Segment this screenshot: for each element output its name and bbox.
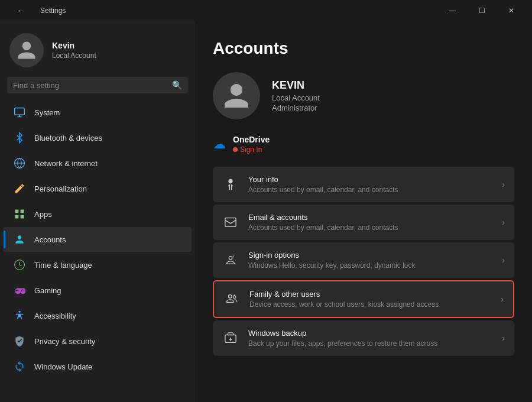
- nav-list: SystemBluetooth & devicesNetwork & inter…: [0, 99, 195, 380]
- bluetooth-icon: [13, 131, 26, 144]
- apps-icon: [13, 208, 26, 221]
- family-users-title: Family & other users: [249, 290, 491, 299]
- sidebar-item-bluetooth[interactable]: Bluetooth & devices: [4, 125, 192, 150]
- email-accounts-text: Email & accountsAccounts used by email, …: [248, 213, 492, 232]
- onedrive-section: ☁ OneDrive Sign In: [213, 134, 514, 155]
- signin-options-chevron-icon: ›: [502, 255, 505, 265]
- onedrive-info: OneDrive Sign In: [233, 135, 270, 154]
- family-users-text: Family & other usersDevice access, work …: [249, 290, 491, 309]
- privacy-icon: [13, 335, 26, 348]
- svg-point-10: [233, 296, 236, 299]
- sidebar-item-system[interactable]: System: [4, 100, 192, 125]
- settings-row-email-accounts[interactable]: Email & accountsAccounts used by email, …: [213, 205, 514, 240]
- sidebar-item-accounts[interactable]: Accounts: [4, 227, 192, 252]
- your-info-icon: [222, 176, 239, 193]
- personalization-icon: [13, 182, 26, 195]
- user-profile: Kevin Local Account: [0, 21, 195, 77]
- title-bar: ← Settings — ☐ ✕: [0, 0, 532, 21]
- settings-row-your-info[interactable]: Your infoAccounts used by email, calenda…: [213, 167, 514, 202]
- email-accounts-icon: [222, 214, 239, 231]
- minimize-button[interactable]: —: [439, 2, 466, 20]
- svg-rect-0: [15, 108, 25, 115]
- minimize-icon: —: [449, 7, 456, 15]
- family-users-chevron-icon: ›: [501, 294, 504, 304]
- search-input[interactable]: [13, 81, 167, 90]
- back-icon: ←: [17, 7, 24, 15]
- sidebar-item-apps[interactable]: Apps: [4, 202, 192, 226]
- user-type: Local Account: [52, 51, 96, 60]
- gaming-icon: [13, 284, 26, 297]
- sidebar-item-gaming[interactable]: Gaming: [4, 278, 192, 303]
- sidebar-item-label-time: Time & language: [34, 261, 92, 270]
- svg-rect-3: [15, 215, 19, 219]
- settings-row-family-users[interactable]: Family & other usersDevice access, work …: [213, 280, 514, 318]
- windows-backup-chevron-icon: ›: [502, 333, 505, 343]
- sidebar-item-update[interactable]: Windows Update: [4, 354, 192, 379]
- sidebar-item-label-personalization: Personalization: [34, 184, 87, 193]
- sidebar-item-label-network: Network & internet: [34, 159, 98, 168]
- settings-row-signin-options[interactable]: Sign-in optionsWindows Hello, security k…: [213, 242, 514, 278]
- your-info-chevron-icon: ›: [502, 180, 505, 189]
- email-accounts-subtitle: Accounts used by email, calendar, and co…: [248, 223, 492, 232]
- maximize-icon: ☐: [479, 7, 485, 15]
- sidebar: Kevin Local Account 🔍 SystemBluetooth & …: [0, 21, 195, 402]
- settings-list: Your infoAccounts used by email, calenda…: [213, 167, 514, 356]
- family-users-icon: [223, 291, 240, 307]
- svg-rect-2: [21, 210, 24, 213]
- avatar: [9, 33, 44, 67]
- close-button[interactable]: ✕: [498, 2, 525, 20]
- title-bar-title: Settings: [40, 7, 66, 15]
- app-body: Kevin Local Account 🔍 SystemBluetooth & …: [0, 21, 532, 402]
- sidebar-item-accessibility[interactable]: Accessibility: [4, 303, 192, 328]
- sidebar-item-label-gaming: Gaming: [34, 286, 61, 295]
- windows-backup-title: Windows backup: [248, 329, 492, 338]
- onedrive-icon: ☁: [213, 137, 226, 152]
- account-type: Local Account: [272, 93, 320, 102]
- sidebar-item-label-bluetooth: Bluetooth & devices: [34, 134, 102, 142]
- accessibility-icon: [13, 309, 26, 322]
- page-title: Accounts: [213, 39, 514, 58]
- windows-backup-icon: [222, 330, 239, 346]
- svg-rect-7: [225, 218, 236, 227]
- your-info-title: Your info: [248, 175, 492, 184]
- email-accounts-title: Email & accounts: [248, 213, 492, 222]
- signin-options-text: Sign-in optionsWindows Hello, security k…: [248, 251, 492, 270]
- sidebar-item-label-accessibility: Accessibility: [34, 312, 76, 320]
- onedrive-title: OneDrive: [233, 135, 270, 144]
- user-info: Kevin Local Account: [52, 41, 96, 60]
- onedrive-status: Sign In: [233, 145, 270, 154]
- svg-rect-4: [21, 215, 24, 219]
- account-avatar: [213, 72, 260, 119]
- sidebar-item-personalization[interactable]: Personalization: [4, 176, 192, 201]
- search-box[interactable]: 🔍: [7, 77, 188, 93]
- main-content: Accounts KEVIN Local Account Administrat…: [195, 21, 532, 402]
- svg-point-9: [229, 295, 232, 299]
- sidebar-item-label-privacy: Privacy & security: [34, 337, 95, 346]
- title-bar-left: ← Settings: [7, 2, 66, 20]
- sidebar-item-privacy[interactable]: Privacy & security: [4, 329, 192, 354]
- accounts-icon: [13, 233, 26, 246]
- system-icon: [13, 106, 26, 119]
- settings-row-windows-backup[interactable]: Windows backupBack up your files, apps, …: [213, 320, 514, 356]
- network-icon: [13, 157, 26, 170]
- maximize-button[interactable]: ☐: [468, 2, 495, 20]
- svg-point-6: [18, 311, 20, 313]
- svg-point-8: [229, 257, 232, 260]
- svg-rect-1: [15, 210, 19, 213]
- sidebar-item-label-accounts: Accounts: [34, 235, 66, 244]
- sidebar-item-network[interactable]: Network & internet: [4, 151, 192, 176]
- signin-options-subtitle: Windows Hello, security key, password, d…: [248, 261, 492, 270]
- sidebar-item-label-apps: Apps: [34, 210, 52, 219]
- windows-backup-text: Windows backupBack up your files, apps, …: [248, 329, 492, 348]
- search-icon: 🔍: [172, 80, 182, 90]
- account-name: KEVIN: [272, 79, 320, 92]
- signin-options-title: Sign-in options: [248, 251, 492, 260]
- back-button[interactable]: ←: [7, 2, 34, 20]
- windows-backup-subtitle: Back up your files, apps, preferences to…: [248, 339, 492, 348]
- account-card: KEVIN Local Account Administrator: [213, 72, 514, 119]
- onedrive-status-text: Sign In: [240, 145, 262, 154]
- signin-options-icon: [222, 252, 239, 268]
- sidebar-item-label-update: Windows Update: [34, 362, 92, 371]
- account-role: Administrator: [272, 103, 320, 112]
- sidebar-item-time[interactable]: Time & language: [4, 252, 192, 277]
